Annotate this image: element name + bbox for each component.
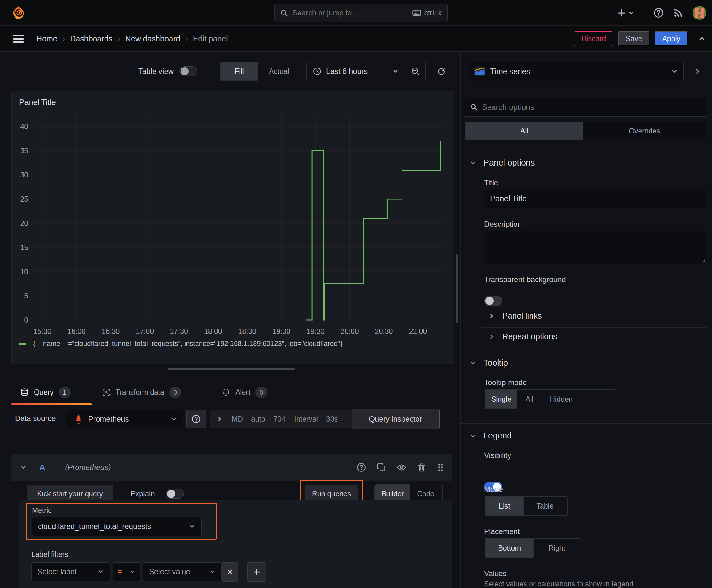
repeat-options-section[interactable]: Repeat options [489,332,557,341]
chevron-down-icon [130,569,135,574]
drag-query-handle[interactable] [437,463,444,472]
visualization-label: Time series [490,67,530,76]
help-button[interactable] [654,8,664,18]
query-row-header[interactable]: A (Prometheus) [11,454,452,481]
actual-option[interactable]: Actual [258,63,300,80]
options-search[interactable] [464,98,707,117]
svg-text:35: 35 [20,147,28,155]
explain-toggle[interactable] [166,489,184,499]
section-divider [460,423,712,424]
svg-text:15: 15 [20,244,28,252]
avatar[interactable] [693,6,706,20]
chevron-right-icon [489,334,495,340]
collapse-options-button[interactable] [688,62,707,81]
chevron-down-icon [392,68,399,75]
panel-options-title: Panel options [483,158,535,168]
fill-option[interactable]: Fill [220,62,258,81]
refresh-button[interactable] [431,62,451,81]
select-value-dropdown[interactable]: Select value [143,562,222,581]
legend-mode-table[interactable]: Table [524,498,566,514]
clock-icon [313,67,321,76]
legend-item[interactable]: {__name__="cloudflared_tunnel_total_requ… [19,339,343,348]
interval-stat: Interval = 30s [294,415,338,423]
svg-text:17:00: 17:00 [136,327,154,335]
tooltip-mode-single[interactable]: Single [486,390,517,408]
svg-text:16:30: 16:30 [102,327,120,335]
tooltip-mode-switcher: Single All Hidden [484,390,616,409]
grafana-logo[interactable] [11,5,27,21]
zoom-out-button[interactable] [405,67,425,76]
global-search[interactable]: ctrl+k [274,4,448,22]
breadcrumb-home[interactable]: Home [37,34,58,43]
datasource-picker[interactable]: Prometheus [67,410,184,428]
apply-button[interactable]: Apply [654,31,688,46]
label-filters-label: Label filters [31,550,68,559]
tab-alert[interactable]: Alert 0 [222,379,267,406]
max-data-points-stat: MD = auto = 704 [232,415,285,423]
disable-query-icon[interactable] [397,463,406,472]
svg-text:17:30: 17:30 [170,327,188,335]
operator-dropdown[interactable]: = [113,562,140,581]
save-button[interactable]: Save [618,31,649,46]
svg-text:21:00: 21:00 [409,327,427,335]
visualization-picker[interactable]: Time series [468,62,684,81]
breadcrumb-dashboards[interactable]: Dashboards [70,34,112,43]
datasource-name: Prometheus [88,415,129,423]
panel-options-header[interactable]: Panel options [470,158,535,168]
chevron-down-icon [470,160,477,166]
tab-overrides[interactable]: Overrides [583,123,706,139]
select-label-dropdown[interactable]: Select label [31,562,110,581]
tooltip-mode-all[interactable]: All [517,391,542,408]
title-input[interactable] [484,189,707,208]
chart-panel: Panel Title 051015202530354015:3016:0016… [11,91,454,364]
tab-query-label: Query [34,388,54,397]
global-search-input[interactable] [292,8,408,17]
duplicate-query-icon[interactable] [377,463,386,472]
placement-right[interactable]: Right [534,540,580,556]
new-menu-button[interactable] [618,9,634,17]
legend-mode-list[interactable]: List [486,497,524,516]
legend-header[interactable]: Legend [470,431,512,441]
collapse-query-icon[interactable] [19,464,27,471]
discard-button[interactable]: Discard [574,31,613,46]
section-divider [460,350,712,350]
tooltip-mode-hidden[interactable]: Hidden [542,391,581,408]
metric-select[interactable]: cloudflared_tunnel_total_requests [32,517,201,536]
query-datasource-hint: (Prometheus) [65,463,110,472]
placement-bottom[interactable]: Bottom [486,539,534,558]
svg-text:10: 10 [20,268,28,276]
svg-text:5: 5 [24,292,28,300]
collapse-header-button[interactable] [698,35,706,42]
pane-resize-handle[interactable] [168,368,295,370]
delete-query-icon[interactable] [417,463,426,472]
menu-toggle-button[interactable] [13,35,24,43]
datasource-help-button[interactable] [187,410,206,428]
panel-links-section[interactable]: Panel links [489,311,542,321]
options-search-input[interactable] [482,103,701,112]
breadcrumb-new-dashboard[interactable]: New dashboard [125,34,180,43]
tab-query[interactable]: Query 1 [20,379,71,406]
description-textarea[interactable] [484,231,707,264]
legend-mode-switcher: List Table [484,496,567,516]
table-view-toggle[interactable] [179,66,197,76]
query-inspector-button[interactable]: Query inspector [352,409,439,429]
legend-title: Legend [483,431,512,441]
vertical-scrollbar[interactable] [456,254,458,323]
query-help-icon[interactable] [357,463,366,472]
svg-text:20:00: 20:00 [341,327,359,335]
time-picker-group: Last 6 hours [306,62,426,81]
add-filter-button[interactable] [247,562,266,582]
tab-transform[interactable]: Transform data 0 [102,379,181,406]
transparent-background-toggle[interactable] [484,296,502,306]
tab-all[interactable]: All [465,122,583,141]
resize-grip-icon[interactable] [701,257,706,262]
code-option[interactable]: Code [410,486,441,502]
legend-placement-switcher: Bottom Right [484,538,581,558]
tooltip-header[interactable]: Tooltip [470,358,508,368]
chevron-right-icon[interactable] [217,416,223,422]
time-range-picker[interactable]: Last 6 hours [307,62,405,81]
divider [481,327,707,328]
legend-placement-label: Placement [484,527,520,536]
news-rss-button[interactable] [673,8,683,18]
remove-filter-button[interactable] [222,562,238,582]
